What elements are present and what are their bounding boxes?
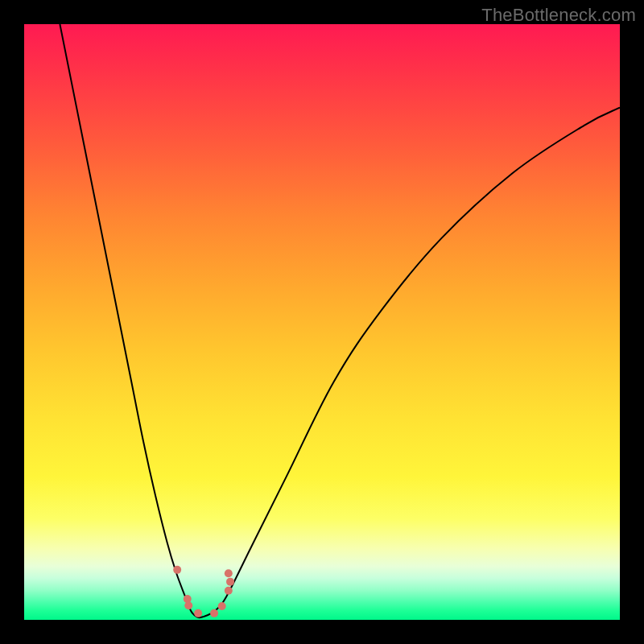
curve-marker [210, 609, 218, 617]
chart-frame: TheBottleneck.com [0, 0, 644, 644]
watermark-text: TheBottleneck.com [481, 5, 636, 26]
bottleneck-curve [60, 24, 620, 617]
curve-marker [194, 609, 202, 617]
plot-area [24, 24, 620, 620]
bottleneck-curve-svg [24, 24, 620, 620]
curve-marker [226, 578, 234, 586]
curve-marker [225, 569, 233, 577]
curve-marker [218, 602, 226, 610]
curve-marker [173, 566, 181, 574]
curve-marker [184, 601, 192, 609]
curve-marker [225, 587, 233, 595]
